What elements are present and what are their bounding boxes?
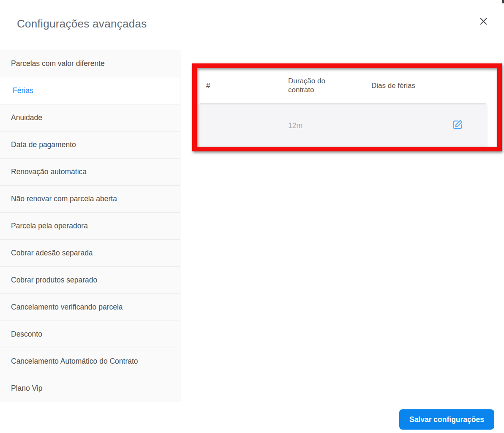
table-row: 12m	[197, 104, 488, 147]
sidebar-item-parcelas-valor-diferente[interactable]: Parcelas com valor diferente	[0, 50, 180, 77]
page-title: Configurações avançadas	[17, 17, 147, 30]
sidebar-item-nao-renovar-parcela-aberta[interactable]: Não renovar com parcela aberta	[0, 186, 180, 213]
close-button[interactable]	[474, 11, 493, 31]
sidebar-item-label: Cancelamento Automático do Contrato	[11, 357, 138, 366]
sidebar-item-ferias[interactable]: Férias	[0, 77, 180, 104]
sidebar-item-plano-vip[interactable]: Plano Vip	[0, 375, 180, 402]
edit-vacation-button[interactable]	[452, 119, 463, 130]
close-icon	[479, 16, 488, 26]
column-header-duracao-contrato: Duração do contrato	[279, 77, 339, 94]
modal-footer: Salvar configurações	[0, 402, 504, 433]
sidebar-item-label: Não renovar com parcela aberta	[11, 195, 117, 203]
sidebar-item-desconto[interactable]: Desconto	[0, 321, 180, 348]
modal-header: Configurações avançadas	[0, 0, 504, 50]
sidebar-item-label: Parcelas com valor diferente	[11, 59, 105, 68]
cell-actions	[444, 119, 488, 132]
ferias-table: # Duração do contrato Dias de férias 12m	[197, 68, 488, 147]
sidebar-item-cancelamento-automatico-contrato[interactable]: Cancelamento Automático do Contrato	[0, 348, 180, 375]
sidebar-item-label: Data de pagamento	[11, 140, 76, 149]
tab-panel-ferias: # Duração do contrato Dias de férias 12m	[180, 50, 504, 402]
ferias-table-header: # Duração do contrato Dias de férias	[197, 68, 488, 103]
sidebar-item-data-de-pagamento[interactable]: Data de pagamento	[0, 132, 180, 159]
screen-corner-artifact	[502, 0, 504, 3]
sidebar-item-cobrar-produtos-separado[interactable]: Cobrar produtos separado	[0, 267, 180, 294]
settings-nav: Parcelas com valor diferente Férias Anui…	[0, 50, 180, 402]
sidebar-item-anuidade[interactable]: Anuidade	[0, 104, 180, 132]
sidebar-item-renovacao-automatica[interactable]: Renovação automática	[0, 159, 180, 186]
advanced-settings-modal: Configurações avançadas Parcelas com val…	[0, 0, 504, 433]
pencil-square-icon	[452, 119, 463, 130]
sidebar-item-cobrar-adesao-separada[interactable]: Cobrar adesão separada	[0, 240, 180, 267]
save-settings-button[interactable]: Salvar configurações	[399, 409, 494, 430]
sidebar-item-label: Renovação automática	[11, 167, 87, 176]
sidebar-item-label: Desconto	[11, 330, 42, 339]
sidebar-item-label: Cobrar produtos separado	[11, 276, 97, 285]
sidebar-item-label: Cobrar adesão separada	[11, 249, 93, 258]
sidebar-item-label: Cancelamento verificando parcela	[11, 303, 123, 312]
sidebar-item-label: Anuidade	[11, 113, 42, 122]
sidebar-item-label: Plano Vip	[11, 384, 43, 393]
cell-duracao-contrato: 12m	[279, 121, 361, 130]
column-header-numero: #	[197, 81, 279, 90]
sidebar-item-label: Parcela pela operadora	[11, 222, 88, 230]
column-header-dias-ferias: Dias de férias	[361, 81, 444, 90]
sidebar-item-parcela-pela-operadora[interactable]: Parcela pela operadora	[0, 213, 180, 240]
sidebar-item-cancelamento-verificando-parcela[interactable]: Cancelamento verificando parcela	[0, 294, 180, 321]
modal-body: Parcelas com valor diferente Férias Anui…	[0, 50, 504, 402]
sidebar-item-label: Férias	[13, 86, 33, 95]
